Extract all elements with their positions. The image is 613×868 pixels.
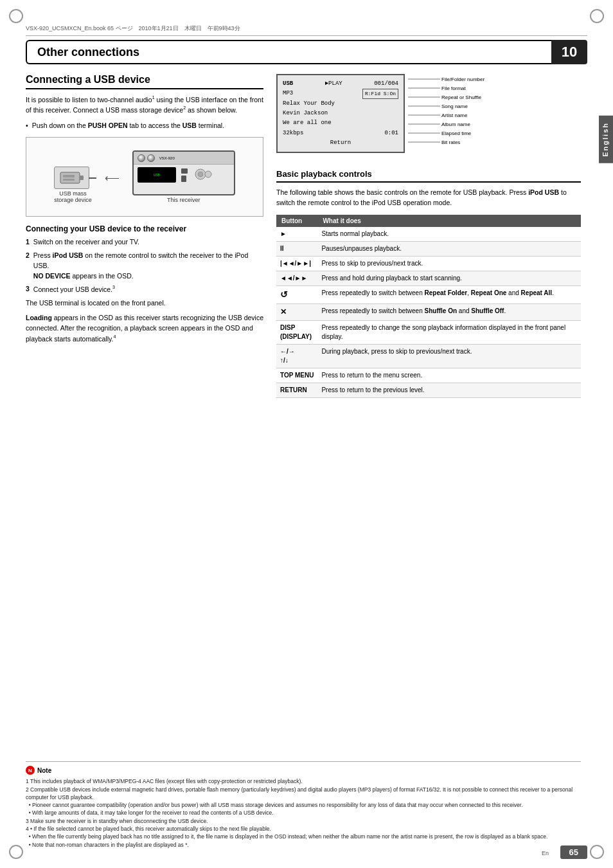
- table-row: ► Starts normal playback.: [276, 227, 581, 242]
- svg-text:Album name: Album name: [441, 122, 470, 127]
- playback-desc: The following table shows the basic cont…: [276, 188, 581, 208]
- svg-text:Song name: Song name: [441, 104, 468, 109]
- svg-point-5: [198, 172, 203, 177]
- bullet-push-open: Push down on the PUSH OPEN tab to access…: [26, 121, 263, 131]
- note-header: N Note: [26, 766, 581, 775]
- button-shuffle: ✕: [276, 304, 317, 321]
- file-meta-text: VSX-920_UCSMXCN_En.book 65 ページ 2010年1月21…: [26, 25, 240, 32]
- desc-play: Starts normal playback.: [317, 227, 581, 242]
- svg-text:Artist name: Artist name: [441, 113, 468, 118]
- osd-row4: Kevin Jackson: [283, 109, 398, 118]
- osd-row1-mid: ►PLAY: [325, 79, 342, 89]
- intro-text: It is possible to listen to two-channel …: [26, 95, 263, 116]
- step-2: 2 Press iPod USB on the remote control t…: [26, 251, 263, 281]
- osd-screen-area: USB ►PLAY 001/004 MP3 R:Fld S:On Relax Y…: [276, 74, 405, 153]
- desc-return: Press to return to the previous level.: [317, 383, 581, 397]
- svg-point-6: [205, 171, 211, 177]
- osd-row2-right: R:Fld S:On: [362, 89, 398, 99]
- receiver-box: VSX-920 USB: [132, 150, 235, 195]
- receiver-label: This receiver: [132, 197, 235, 203]
- desc-arrows: During playback, press to skip to previo…: [317, 344, 581, 368]
- chapter-number-box: 10: [551, 40, 587, 64]
- osd-row6-left: 32kbps: [283, 129, 303, 138]
- svg-text:File format: File format: [441, 86, 466, 91]
- osd-row1-left: USB: [283, 79, 293, 89]
- page-en-label: En: [542, 850, 549, 856]
- callout-svg: File/Folder number File format Repeat or…: [408, 74, 517, 158]
- table-row: |◄◄/►►| Press to skip to previous/next t…: [276, 256, 581, 271]
- osd-row3: Relax Your Body: [283, 99, 398, 109]
- button-play: ►: [276, 227, 317, 242]
- usb-device-label: USB massstorage device: [54, 190, 92, 203]
- desc-top-menu: Press to return to the menu screen.: [317, 368, 581, 383]
- section-title-usb: Connecting a USB device: [26, 74, 263, 89]
- right-column: USB ►PLAY 001/004 MP3 R:Fld S:On Relax Y…: [276, 74, 581, 398]
- table-row: ←/→↑/↓ During playback, press to skip to…: [276, 344, 581, 368]
- file-meta-bar: VSX-920_UCSMXCN_En.book 65 ページ 2010年1月21…: [26, 24, 587, 36]
- usb-diagram: USB massstorage device ⟵ VSX-920 USB: [26, 137, 263, 217]
- osd-row2-left: MP3: [283, 89, 293, 99]
- playback-title: Basic playback controls: [276, 169, 581, 183]
- svg-text:Elapsed time: Elapsed time: [441, 131, 472, 136]
- desc-pause: Pauses/unpauses playback.: [317, 241, 581, 256]
- step-3: 3 Connect your USB device.3: [26, 284, 263, 294]
- page-number: 65: [560, 845, 587, 859]
- callout-labels-area: File/Folder number File format Repeat or…: [408, 74, 581, 159]
- osd-row6-mid: 0:01: [384, 129, 398, 138]
- desc-skip: Press to skip to previous/next track.: [317, 256, 581, 271]
- osd-row5: We are all one: [283, 118, 398, 128]
- step3-loading-text: Loading appears in the OSD as this recei…: [26, 313, 263, 344]
- language-tab: English: [599, 116, 613, 163]
- chapter-title: Other connections: [37, 46, 139, 59]
- desc-scan: Press and hold during playback to start …: [317, 271, 581, 285]
- desc-repeat: Press repeatedly to switch between Repea…: [317, 285, 581, 304]
- button-disp: DISP(DISPLAY): [276, 320, 317, 344]
- step3-description: The USB terminal is located on the front…: [26, 298, 263, 309]
- button-skip: |◄◄/►►|: [276, 256, 317, 271]
- osd-row7: Return: [283, 138, 398, 148]
- note-icon: N: [26, 766, 35, 775]
- osd-diagram-container: USB ►PLAY 001/004 MP3 R:Fld S:On Relax Y…: [276, 74, 581, 159]
- table-row: II Pauses/unpauses playback.: [276, 241, 581, 256]
- button-return: RETURN: [276, 383, 317, 397]
- subsection-title: Connecting your USB device to the receiv…: [26, 224, 263, 233]
- chapter-header: Other connections 10: [26, 40, 587, 64]
- usb-device-box: [54, 167, 89, 189]
- table-header-what: What it does: [317, 215, 581, 227]
- receiver-illustration: USB massstorage device ⟵ VSX-920 USB: [33, 144, 256, 210]
- svg-text:File/Folder number: File/Folder number: [441, 77, 484, 82]
- svg-rect-2: [63, 175, 75, 177]
- corner-decoration-br: [590, 845, 604, 859]
- table-row: TOP MENU Press to return to the menu scr…: [276, 368, 581, 383]
- button-top-menu: TOP MENU: [276, 368, 317, 383]
- controls-table: Button What it does ► Starts normal play…: [276, 215, 581, 398]
- chapter-number: 10: [562, 44, 577, 60]
- corner-decoration-bl: [9, 845, 23, 859]
- button-pause: II: [276, 241, 317, 256]
- left-column: Connecting a USB device It is possible t…: [26, 74, 263, 349]
- notes-section: N Note 1 This includes playback of WMA/M…: [26, 761, 581, 849]
- table-row: ◄◄/►► Press and hold during playback to …: [276, 271, 581, 285]
- chapter-title-box: Other connections: [26, 40, 551, 64]
- button-arrows: ←/→↑/↓: [276, 344, 317, 368]
- button-repeat: ↺: [276, 285, 317, 304]
- table-row: DISP(DISPLAY) Press repeatedly to change…: [276, 320, 581, 344]
- table-row: ↺ Press repeatedly to switch between Rep…: [276, 285, 581, 304]
- step-1: 1 Switch on the receiver and your TV.: [26, 237, 263, 248]
- note-title: Note: [37, 767, 51, 774]
- table-header-button: Button: [276, 215, 317, 227]
- desc-shuffle: Press repeatedly to switch between Shuff…: [317, 304, 581, 321]
- svg-text:Repeat or Shuffle: Repeat or Shuffle: [441, 95, 482, 100]
- svg-rect-0: [60, 172, 80, 183]
- corner-decoration-tr: [590, 9, 604, 23]
- desc-disp: Press repeatedly to change the song play…: [317, 320, 581, 344]
- content-area: Connecting a USB device It is possible t…: [26, 74, 581, 810]
- svg-text:Bit rates: Bit rates: [441, 140, 460, 145]
- playback-section: Basic playback controls The following ta…: [276, 169, 581, 398]
- osd-row1-right: 001/004: [374, 79, 398, 89]
- note-text: 1 This includes playback of WMA/MP3/MPEG…: [26, 777, 581, 849]
- osd-display: USB ►PLAY 001/004 MP3 R:Fld S:On Relax Y…: [276, 74, 405, 153]
- corner-decoration-tl: [9, 9, 23, 23]
- button-scan: ◄◄/►►: [276, 271, 317, 285]
- table-row: ✕ Press repeatedly to switch between Shu…: [276, 304, 581, 321]
